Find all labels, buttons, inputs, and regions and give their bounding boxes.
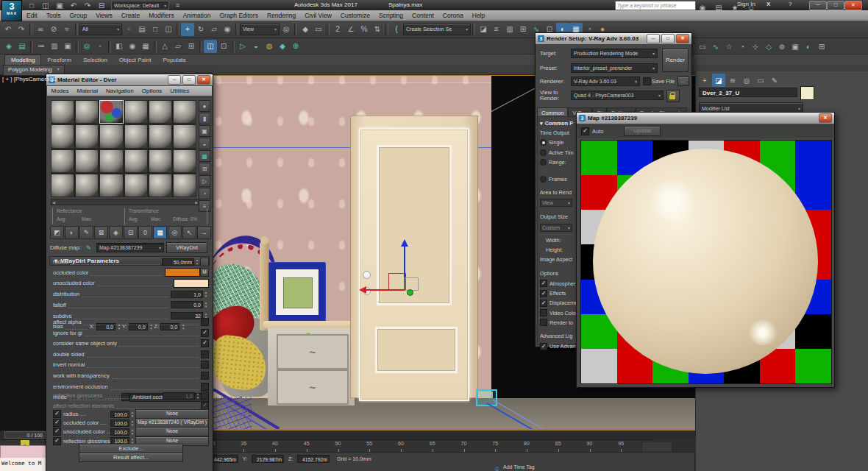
submap-amount[interactable]: 100,0 — [110, 411, 129, 418]
target-dropdown[interactable]: Production Rendering Mode▾ — [571, 49, 658, 58]
align-icon[interactable]: ≡ — [490, 23, 503, 36]
helper-icon[interactable]: ⊹ — [749, 40, 762, 53]
prof-tools-4-icon[interactable]: ◆ — [276, 40, 289, 53]
material-swatch[interactable] — [99, 174, 123, 197]
param-checkbox[interactable] — [201, 383, 209, 391]
angle-snap-icon[interactable]: ∠ — [344, 23, 357, 36]
close-icon[interactable]: ✕ — [197, 75, 210, 85]
shading-toggle-icon[interactable]: ◉ — [126, 40, 139, 53]
render-button[interactable]: Render — [662, 49, 689, 72]
material-swatch[interactable] — [51, 149, 74, 173]
modify-tab-icon[interactable]: ◪ — [712, 74, 725, 87]
submap-slot-button[interactable]: None — [135, 427, 209, 436]
edged-faces-icon[interactable]: ▦ — [139, 40, 152, 53]
viewport-lock-icon[interactable] — [666, 90, 680, 102]
close-icon[interactable]: ✕ — [676, 34, 689, 43]
menu-graph-editors[interactable]: Graph Editors — [215, 12, 262, 19]
move-gizmo-plane-handle[interactable] — [388, 273, 406, 291]
submap-amount[interactable]: 100,0 — [110, 428, 129, 436]
show-end-result-icon[interactable]: ◎ — [168, 226, 182, 239]
material-id-icon[interactable]: 0 — [138, 226, 152, 239]
move-gizmo-plane-handle-2[interactable] — [405, 277, 419, 291]
prof-tools-2-icon[interactable]: ◒ — [249, 40, 263, 53]
rs-item-common-p[interactable]: ▾Common P — [540, 120, 578, 127]
manage-states-icon[interactable]: ▣ — [61, 40, 74, 53]
checkbox[interactable]: ✓ — [540, 343, 547, 350]
param-checkbox[interactable]: ✓ — [201, 329, 209, 337]
hierarchy-tab-icon[interactable]: ≋ — [726, 74, 739, 87]
restore-button[interactable]: □ — [827, 1, 844, 10]
add-time-tag[interactable]: Add Time Tag — [503, 464, 535, 470]
selection-filter-dropdown[interactable]: All▾ — [79, 24, 122, 35]
select-object-icon[interactable]: ▫ — [122, 23, 135, 36]
mini-dropdown[interactable]: Custom▾ — [540, 224, 572, 232]
save-file-browse-button[interactable]: ... — [677, 77, 689, 86]
utilities-tab-icon[interactable]: ✎ — [768, 74, 781, 87]
menu-customize[interactable]: Customize — [336, 12, 374, 19]
save-file-checkbox[interactable] — [643, 77, 651, 85]
radio-button[interactable] — [540, 159, 547, 166]
window-crossing-icon[interactable]: ◫ — [162, 23, 175, 36]
me-menu-modes[interactable]: Modes — [47, 88, 73, 94]
material-swatch[interactable] — [149, 149, 172, 173]
value-field[interactable]: 1,0 — [163, 392, 195, 400]
menu-animation[interactable]: Animation — [179, 12, 216, 19]
percent-snap-icon[interactable]: % — [357, 23, 371, 36]
make-unique-icon[interactable]: ◈ — [109, 226, 123, 239]
material-swatch[interactable] — [173, 149, 196, 173]
render-setup-titlebar[interactable]: 3 Render Setup: V-Ray Adv 3.60.03 ─ □ ✕ — [536, 33, 691, 44]
submap-checkbox[interactable]: ✓ — [53, 419, 61, 427]
material-swatch[interactable] — [99, 100, 123, 124]
create-tab-icon[interactable]: + — [698, 74, 711, 87]
utility-2-icon[interactable]: ◐ — [802, 40, 815, 53]
menu-modifiers[interactable]: Modifiers — [144, 12, 178, 19]
background-icon[interactable]: ▦ — [199, 150, 210, 162]
param-checkbox[interactable] — [201, 361, 209, 369]
select-manipulate-icon[interactable]: ◆ — [299, 23, 312, 36]
edit-named-selection-icon[interactable]: { — [390, 23, 403, 36]
viewport-layout-icon[interactable]: ◫ — [204, 40, 217, 53]
rs-item-video-color[interactable]: Video Color — [540, 309, 578, 316]
isolate-selection-icon[interactable]: ◎ — [80, 40, 93, 53]
move-gizmo-center[interactable] — [407, 289, 413, 296]
object-color-swatch[interactable] — [800, 86, 814, 100]
material-swatch[interactable] — [124, 149, 148, 173]
spinner-arrows[interactable]: ▲▼ — [203, 301, 209, 308]
radio-button[interactable] — [540, 176, 547, 183]
checkbox[interactable] — [540, 319, 547, 326]
named-selection-dropdown[interactable]: Create Selection Se▾ — [403, 24, 471, 35]
spinner-arrows[interactable]: ▲▼ — [129, 419, 135, 427]
xview-icon[interactable]: △ — [158, 40, 171, 53]
help-icon[interactable]: ? — [789, 1, 791, 7]
close-button[interactable]: ✕ — [844, 1, 862, 10]
material-swatch[interactable] — [124, 100, 148, 124]
radio-button[interactable] — [540, 139, 547, 146]
submap-checkbox[interactable]: ✓ — [53, 428, 61, 436]
value-field[interactable]: 0,0 — [171, 301, 203, 308]
material-swatch[interactable] — [149, 100, 172, 124]
me-menu-material[interactable]: Material — [73, 88, 102, 94]
search-community-icon[interactable]: ◉ — [696, 1, 709, 14]
menu-toggle-icon[interactable]: ≡ — [172, 0, 183, 11]
rs-item-frames[interactable]: Frames — [540, 176, 578, 183]
menu-edit[interactable]: Edit — [22, 12, 42, 19]
ribbon-tab-selection[interactable]: Selection — [77, 55, 113, 65]
select-and-move-icon[interactable]: + — [181, 23, 194, 36]
display-floater-icon[interactable]: ▥ — [48, 40, 61, 53]
redo-icon[interactable]: ↷ — [15, 23, 28, 36]
rs-item-effects[interactable]: ✓Effects — [540, 290, 578, 297]
mirror-icon[interactable]: ◪ — [477, 23, 490, 36]
material-swatch[interactable] — [173, 100, 196, 124]
select-and-scale-icon[interactable]: ▱ — [207, 23, 221, 36]
menu-views[interactable]: Views — [91, 12, 117, 19]
select-and-place-icon[interactable]: ◉ — [221, 23, 234, 36]
wireframe-toggle-icon[interactable]: ◧ — [113, 40, 126, 53]
show-map-in-viewport-icon[interactable]: ▦ — [153, 226, 167, 239]
track-icon[interactable]: ∿ — [709, 40, 722, 53]
material-swatch[interactable] — [75, 149, 99, 173]
menu-scripting[interactable]: Scripting — [374, 12, 408, 19]
select-and-rotate-icon[interactable]: ↻ — [194, 23, 207, 36]
param-checkbox[interactable]: ✓ — [201, 339, 209, 347]
sample-tiling-icon[interactable]: ⊞ — [199, 163, 210, 174]
material-swatch[interactable] — [173, 174, 196, 197]
